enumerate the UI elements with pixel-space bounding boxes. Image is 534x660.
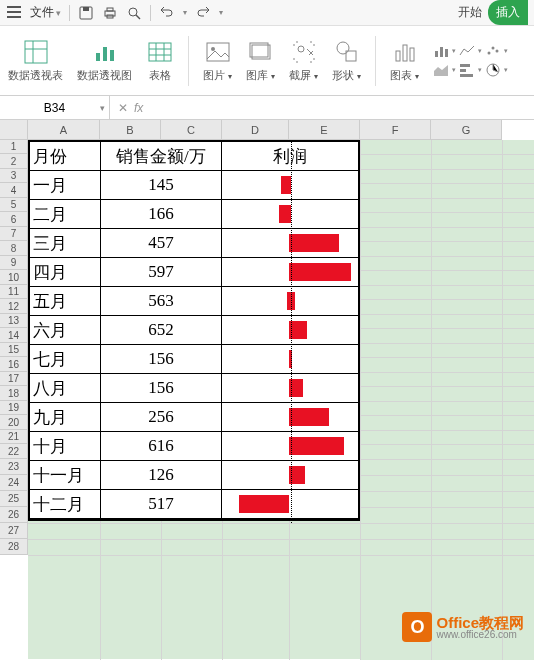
row-header[interactable]: 23 — [0, 459, 28, 475]
svg-rect-21 — [207, 43, 229, 61]
chevron-down-icon: ▾ — [56, 8, 61, 18]
row-header[interactable]: 8 — [0, 241, 28, 256]
row-header[interactable]: 26 — [0, 507, 28, 523]
tab-start[interactable]: 开始 — [458, 4, 482, 21]
chevron-down-icon[interactable]: ▾ — [100, 103, 105, 113]
row-header[interactable]: 13 — [0, 314, 28, 328]
watermark-icon: O — [402, 612, 432, 642]
row-header[interactable]: 15 — [0, 343, 28, 357]
cell-month: 九月 — [30, 403, 101, 431]
col-header[interactable]: F — [360, 120, 431, 140]
line-chart-icon[interactable] — [459, 43, 475, 59]
cell-amount: 156 — [101, 374, 222, 402]
svg-point-8 — [129, 8, 137, 16]
save-icon[interactable] — [78, 5, 94, 21]
row-header[interactable]: 16 — [0, 357, 28, 372]
shapes-button[interactable]: 形状 ▾ — [332, 38, 361, 83]
cell-profit — [222, 490, 358, 518]
chevron-down-icon[interactable]: ▾ — [478, 66, 482, 74]
header-amount: 销售金额/万 — [101, 142, 222, 170]
row-header[interactable]: 28 — [0, 539, 28, 555]
cancel-icon[interactable]: ✕ — [118, 101, 128, 115]
svg-rect-39 — [460, 74, 473, 77]
chevron-down-icon[interactable]: ▾ — [452, 47, 456, 55]
print-icon[interactable] — [102, 5, 118, 21]
file-menu[interactable]: 文件 ▾ — [30, 4, 61, 21]
app-menu-icon[interactable] — [6, 5, 22, 21]
column-chart-icon[interactable] — [459, 62, 475, 78]
chevron-down-icon[interactable]: ▾ — [183, 8, 187, 17]
cell-profit — [222, 345, 358, 373]
row-header[interactable]: 19 — [0, 401, 28, 415]
row-header[interactable]: 12 — [0, 299, 28, 314]
cell-amount: 256 — [101, 403, 222, 431]
name-box[interactable]: B34 ▾ — [0, 96, 110, 119]
chevron-down-icon[interactable]: ▾ — [452, 66, 456, 74]
row-header[interactable]: 27 — [0, 523, 28, 539]
row-header[interactable]: 18 — [0, 386, 28, 401]
svg-line-9 — [136, 15, 140, 19]
cell-amount: 652 — [101, 316, 222, 344]
fx-icon[interactable]: fx — [134, 101, 143, 115]
table-button[interactable]: 表格 — [146, 38, 174, 83]
watermark-url: www.office26.com — [436, 630, 524, 640]
row-header[interactable]: 17 — [0, 372, 28, 386]
col-header[interactable]: E — [289, 120, 360, 140]
svg-point-35 — [492, 47, 495, 50]
scatter-chart-icon[interactable] — [485, 43, 501, 59]
row-header[interactable]: 9 — [0, 256, 28, 270]
chart-mini-group: ▾ ▾ ▾ ▾ ▾ ▾ — [433, 43, 508, 78]
svg-rect-31 — [435, 51, 438, 57]
row-header[interactable]: 4 — [0, 183, 28, 198]
select-all-corner[interactable] — [0, 120, 28, 140]
shapes-label: 形状 ▾ — [332, 68, 361, 83]
cell-amount: 616 — [101, 432, 222, 460]
pivot-table-button[interactable]: 数据透视表 — [8, 38, 63, 83]
col-header[interactable]: C — [161, 120, 222, 140]
row-header[interactable]: 24 — [0, 475, 28, 491]
row-header[interactable]: 2 — [0, 154, 28, 169]
redo-icon[interactable] — [195, 5, 211, 21]
chevron-down-icon[interactable]: ▾ — [504, 66, 508, 74]
chevron-down-icon[interactable]: ▾ — [219, 8, 223, 17]
chart-button[interactable]: 图表 ▾ — [390, 38, 419, 83]
spreadsheet-grid[interactable]: ABCDEFG 12345678910111213141516171819202… — [0, 120, 534, 660]
chevron-down-icon[interactable]: ▾ — [504, 47, 508, 55]
col-header[interactable]: D — [222, 120, 289, 140]
row-header[interactable]: 14 — [0, 328, 28, 343]
col-header[interactable]: B — [100, 120, 161, 140]
col-header[interactable]: G — [431, 120, 502, 140]
row-header[interactable]: 7 — [0, 227, 28, 241]
more-charts-icon[interactable] — [485, 62, 501, 78]
row-header[interactable]: 6 — [0, 212, 28, 227]
chart-icon — [391, 38, 419, 66]
svg-rect-33 — [445, 49, 448, 57]
row-header[interactable]: 21 — [0, 430, 28, 444]
row-header[interactable]: 5 — [0, 198, 28, 212]
chevron-down-icon[interactable]: ▾ — [478, 47, 482, 55]
formula-input[interactable] — [151, 96, 534, 119]
row-header[interactable]: 1 — [0, 140, 28, 154]
svg-rect-30 — [410, 48, 414, 61]
svg-point-26 — [337, 42, 349, 54]
row-header[interactable]: 22 — [0, 444, 28, 459]
row-header[interactable]: 3 — [0, 169, 28, 183]
screenshot-button[interactable]: 截屏 ▾ — [289, 38, 318, 83]
area-chart-icon[interactable] — [433, 62, 449, 78]
profit-bar — [289, 437, 344, 455]
undo-icon[interactable] — [159, 5, 175, 21]
print-preview-icon[interactable] — [126, 5, 142, 21]
row-header[interactable]: 25 — [0, 491, 28, 507]
bar-chart-icon[interactable] — [433, 43, 449, 59]
profit-bar — [289, 408, 329, 426]
pivot-chart-label: 数据透视图 — [77, 68, 132, 83]
gallery-button[interactable]: 图库 ▾ — [246, 38, 275, 83]
pivot-chart-button[interactable]: 数据透视图 — [77, 38, 132, 83]
picture-button[interactable]: 图片 ▾ — [203, 38, 232, 83]
cell-amount: 517 — [101, 490, 222, 518]
row-header[interactable]: 20 — [0, 415, 28, 430]
col-header[interactable]: A — [28, 120, 100, 140]
tab-insert[interactable]: 插入 — [488, 0, 528, 25]
row-header[interactable]: 11 — [0, 285, 28, 299]
row-header[interactable]: 10 — [0, 270, 28, 285]
